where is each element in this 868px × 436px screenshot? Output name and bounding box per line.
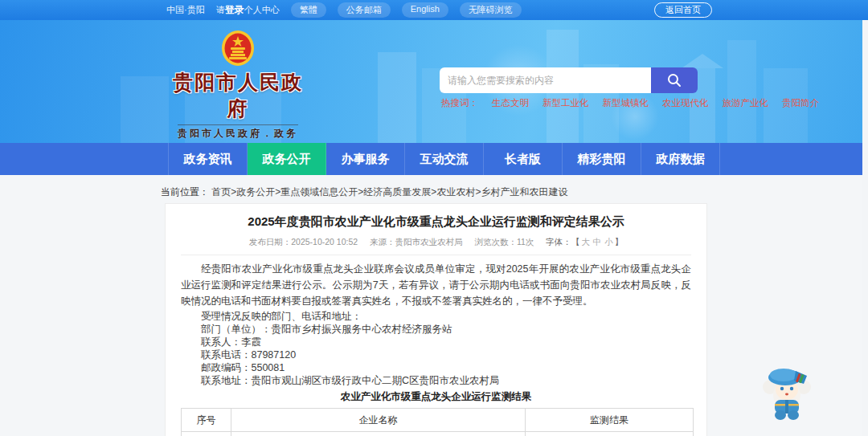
hot-search-word[interactable]: 贵阳简介 <box>782 97 819 109</box>
meta-divider <box>181 255 691 255</box>
site-title: 贵阳市人民政府 <box>165 69 311 122</box>
hot-search-words: 生态文明新型工业化新型城镇化农业现代化旅游产业化贵阳简介 <box>492 97 819 109</box>
table-header-cell: 序号 <box>182 409 231 432</box>
top-utility-bar: 中国·贵阳 请登录个人中心 繁體公务邮箱English无障碍浏览 返回首页 <box>0 0 868 20</box>
search-bar <box>440 67 698 93</box>
site-logo[interactable]: 贵阳市人民政府 贵阳市人民政府．政务 www.guiyang.gov.cn <box>165 30 311 143</box>
topbar-pill[interactable]: 无障碍浏览 <box>460 2 522 18</box>
article-body: 经贵阳市农业产业化市级重点龙头企业联席会议成员单位审定，现对2025年开展的农业… <box>181 261 691 387</box>
search-button[interactable] <box>651 67 698 93</box>
article-paragraph: 受理情况反映的部门、电话和地址： <box>181 310 691 323</box>
national-emblem-icon <box>221 30 255 67</box>
back-to-home-button[interactable]: 返回首页 <box>654 2 712 18</box>
article-paragraph: 联系人：李霞 <box>181 336 691 348</box>
article-meta: 发布日期：2025-10-20 10:52 来源：贵阳市农业农村局 浏览次数：1… <box>181 237 691 248</box>
topbar-pill[interactable]: 繁體 <box>291 2 326 18</box>
article-source: 来源：贵阳市农业农村局 <box>370 237 463 247</box>
nav-tab[interactable]: 长者版 <box>484 143 563 175</box>
table-row: 1贵州合力超市采购有限公司合格 <box>182 432 694 436</box>
skyline-building <box>121 76 169 143</box>
article-card: 2025年度贵阳市农业产业化市级重点龙头企业运行监测和评定结果公示 发布日期：2… <box>165 203 707 436</box>
font-size-option[interactable]: 小 <box>604 237 613 247</box>
hot-search-word[interactable]: 生态文明 <box>492 97 529 109</box>
skyline-building <box>378 52 416 143</box>
pagoda-roof <box>682 54 723 68</box>
article-paragraph: 联系地址：贵阳市观山湖区市级行政中心二期C区贵阳市农业农村局 <box>181 374 691 387</box>
table-header-cell: 监测结果 <box>526 409 694 432</box>
main-navigation: 政务资讯政务公开办事服务互动交流长者版精彩贵阳政府数据 <box>0 143 868 175</box>
hot-search-word[interactable]: 旅游产业化 <box>723 97 769 109</box>
logo-divider <box>178 124 298 125</box>
monitoring-result-table: 序号企业名称监测结果 1贵州合力超市采购有限公司合格2贵州友禾种业有限公司合格3… <box>181 408 694 436</box>
hot-search-word[interactable]: 农业现代化 <box>662 97 709 109</box>
font-size-label: 字体：【 <box>546 237 579 247</box>
breadcrumb-path: 首页>政务公开>重点领域信息公开>经济高质量发展>农业农村>乡村产业和农田建设 <box>211 186 567 198</box>
search-input[interactable] <box>440 67 651 93</box>
hot-search-word[interactable]: 新型城镇化 <box>603 97 649 109</box>
table-header-row: 序号企业名称监测结果 <box>182 409 694 432</box>
hot-search-label: 热搜词： <box>441 97 478 109</box>
nav-tab[interactable]: 办事服务 <box>326 143 405 175</box>
guiyang-mascot-icon[interactable] <box>760 360 813 421</box>
search-icon <box>666 72 682 88</box>
table-cell: 1 <box>182 432 231 436</box>
skyline-tower <box>727 40 756 143</box>
nav-tab[interactable]: 精彩贵阳 <box>563 143 641 175</box>
topbar-pill-group: 繁體公务邮箱English无障碍浏览 <box>291 2 522 18</box>
breadcrumb-label: 当前位置： <box>161 186 209 198</box>
article-paragraph: 部门（单位）：贵阳市乡村振兴服务中心农村经济服务站 <box>181 323 691 336</box>
site-subtitle: 贵阳市人民政府．政务 <box>165 127 311 141</box>
breadcrumb[interactable]: 当前位置： 首页>政务公开>重点领域信息公开>经济高质量发展>农业农村>乡村产业… <box>161 185 567 199</box>
site-header: 贵阳市人民政府 贵阳市人民政府．政务 www.guiyang.gov.cn 热搜… <box>0 20 868 143</box>
article-paragraph: 邮政编码：550081 <box>181 361 691 374</box>
topbar-pill[interactable]: English <box>402 2 448 18</box>
font-size-label-close: 】 <box>615 237 624 247</box>
font-size-option[interactable]: 大 <box>581 237 590 247</box>
font-size-switcher: 大中小 <box>579 237 615 247</box>
table-cell: 合格 <box>526 432 694 436</box>
hot-search-row: 热搜词： 生态文明新型工业化新型城镇化农业现代化旅游产业化贵阳简介 <box>441 97 819 109</box>
nav-tab[interactable]: 互动交流 <box>405 143 484 175</box>
table-caption: 农业产业化市级重点龙头企业运行监测结果 <box>181 390 691 404</box>
nav-tab[interactable]: 政府数据 <box>641 143 720 175</box>
login-link[interactable]: 请登录个人中心 <box>216 3 280 17</box>
view-count: 浏览次数：11次 <box>474 237 534 247</box>
topbar-pill[interactable]: 公务邮箱 <box>338 2 391 18</box>
table-header-cell: 企业名称 <box>231 409 526 432</box>
region-link[interactable]: 中国·贵阳 <box>166 4 205 16</box>
hot-search-word[interactable]: 新型工业化 <box>542 97 589 109</box>
article-paragraph: 联系电话：87987120 <box>181 348 691 361</box>
nav-tab[interactable]: 政务资讯 <box>168 143 248 175</box>
publish-date: 发布日期：2025-10-20 10:52 <box>249 237 358 247</box>
nav-tab[interactable]: 政务公开 <box>248 143 326 175</box>
font-size-option[interactable]: 中 <box>593 237 602 247</box>
table-cell: 贵州合力超市采购有限公司 <box>231 432 526 436</box>
article-paragraph: 经贵阳市农业产业化市级重点龙头企业联席会议成员单位审定，现对2025年开展的农业… <box>181 261 691 309</box>
scrollbar[interactable] <box>862 20 868 436</box>
article-title: 2025年度贵阳市农业产业化市级重点龙头企业运行监测和评定结果公示 <box>181 214 691 230</box>
